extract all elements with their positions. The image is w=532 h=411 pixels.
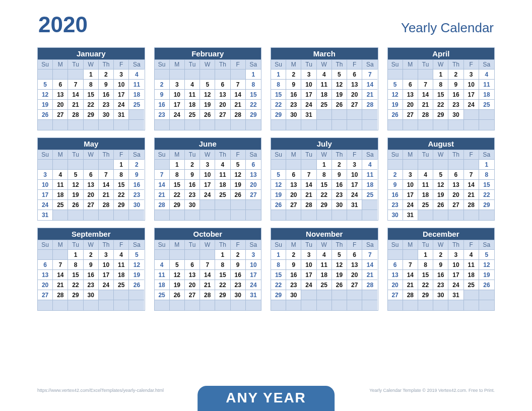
day-cell xyxy=(84,210,99,220)
day-cell: 15 xyxy=(418,270,433,280)
week-row: 23242526272829 xyxy=(388,200,495,210)
month-january: JanuarySuMTuWThFSa1234567891011121314151… xyxy=(37,47,145,130)
dow-label: M xyxy=(170,240,185,250)
day-cell: 7 xyxy=(418,80,433,90)
day-cell xyxy=(231,70,246,80)
day-cell xyxy=(479,210,494,220)
week-row: 21222324252627 xyxy=(155,190,261,200)
day-cell xyxy=(170,70,185,80)
dow-label: M xyxy=(286,60,301,70)
day-cell: 20 xyxy=(215,100,230,110)
dow-label: Su xyxy=(155,60,170,70)
day-cell xyxy=(433,300,448,310)
dow-label: Tu xyxy=(68,150,83,160)
week-row xyxy=(388,120,495,130)
day-cell: 12 xyxy=(231,170,246,180)
day-cell: 5 xyxy=(129,250,144,260)
day-cell: 9 xyxy=(286,80,301,90)
dow-label: Sa xyxy=(246,150,261,160)
day-cell: 12 xyxy=(271,180,286,190)
week-row: 12131415161718 xyxy=(271,180,378,190)
day-cell: 15 xyxy=(433,90,448,100)
day-cell: 24 xyxy=(301,100,316,110)
day-cell: 31 xyxy=(38,210,53,220)
day-cell: 24 xyxy=(38,200,53,210)
day-cell: 10 xyxy=(170,90,185,100)
day-cell: 2 xyxy=(286,70,301,80)
day-cell: 19 xyxy=(332,270,347,280)
day-cell: 25 xyxy=(215,190,230,200)
day-of-week-row: SuMTuWThFSa xyxy=(388,150,495,160)
dow-label: F xyxy=(464,60,479,70)
day-cell: 21 xyxy=(464,190,479,200)
day-cell: 15 xyxy=(246,90,261,100)
day-cell: 22 xyxy=(317,190,332,200)
day-cell: 13 xyxy=(246,170,261,180)
dow-label: Th xyxy=(332,240,347,250)
day-cell: 29 xyxy=(271,290,286,300)
day-cell xyxy=(114,290,129,300)
day-cell: 5 xyxy=(38,80,53,90)
day-cell xyxy=(38,250,53,260)
day-cell: 26 xyxy=(129,280,144,290)
dow-label: W xyxy=(433,60,448,70)
day-cell: 11 xyxy=(362,170,377,180)
dow-label: M xyxy=(170,60,185,70)
dow-label: F xyxy=(347,150,362,160)
day-cell: 24 xyxy=(464,100,479,110)
day-cell: 15 xyxy=(317,180,332,190)
day-cell: 26 xyxy=(388,110,403,120)
day-cell xyxy=(200,250,215,260)
day-cell: 10 xyxy=(347,170,362,180)
day-cell xyxy=(388,160,403,170)
day-of-week-row: SuMTuWThFSa xyxy=(155,150,261,160)
day-cell: 10 xyxy=(200,170,215,180)
week-row: 1234 xyxy=(271,160,378,170)
day-cell: 23 xyxy=(286,100,301,110)
day-cell: 19 xyxy=(231,180,246,190)
day-cell: 6 xyxy=(286,170,301,180)
week-row: 12 xyxy=(38,160,145,170)
day-cell xyxy=(418,120,433,130)
dow-label: W xyxy=(433,150,448,160)
day-cell: 2 xyxy=(129,160,144,170)
day-cell: 6 xyxy=(215,80,230,90)
day-cell: 27 xyxy=(403,110,418,120)
dow-label: Sa xyxy=(479,150,494,160)
day-cell: 14 xyxy=(99,180,114,190)
day-cell: 29 xyxy=(418,290,433,300)
calendar-header: 2020 Yearly Calendar xyxy=(28,12,504,44)
day-cell: 8 xyxy=(479,170,494,180)
day-cell: 10 xyxy=(301,260,316,270)
any-year-tab[interactable]: ANY YEAR xyxy=(197,386,335,411)
dow-label: Su xyxy=(388,240,403,250)
day-cell xyxy=(403,70,418,80)
week-row: 18192021222324 xyxy=(155,280,261,290)
dow-label: W xyxy=(200,150,215,160)
day-cell: 1 xyxy=(433,70,448,80)
day-cell: 2 xyxy=(332,160,347,170)
day-cell: 27 xyxy=(84,200,99,210)
day-cell: 1 xyxy=(215,250,230,260)
day-cell: 31 xyxy=(347,200,362,210)
day-cell xyxy=(317,210,332,220)
day-cell: 23 xyxy=(231,280,246,290)
day-cell: 4 xyxy=(215,160,230,170)
day-cell: 8 xyxy=(317,170,332,180)
month-name: October xyxy=(155,228,261,240)
day-cell: 30 xyxy=(84,290,99,300)
day-cell: 29 xyxy=(114,200,129,210)
day-cell: 12 xyxy=(332,260,347,270)
day-cell: 26 xyxy=(332,280,347,290)
day-cell: 11 xyxy=(479,80,494,90)
day-cell: 10 xyxy=(403,180,418,190)
week-row: 19202122232425 xyxy=(38,100,145,110)
day-cell xyxy=(185,250,200,260)
dow-label: Th xyxy=(448,60,463,70)
day-cell: 9 xyxy=(286,260,301,270)
day-cell xyxy=(347,110,362,120)
dow-label: Tu xyxy=(301,150,316,160)
week-row: 2345678 xyxy=(155,80,261,90)
week-row: 12345 xyxy=(388,250,495,260)
dow-label: Su xyxy=(155,240,170,250)
